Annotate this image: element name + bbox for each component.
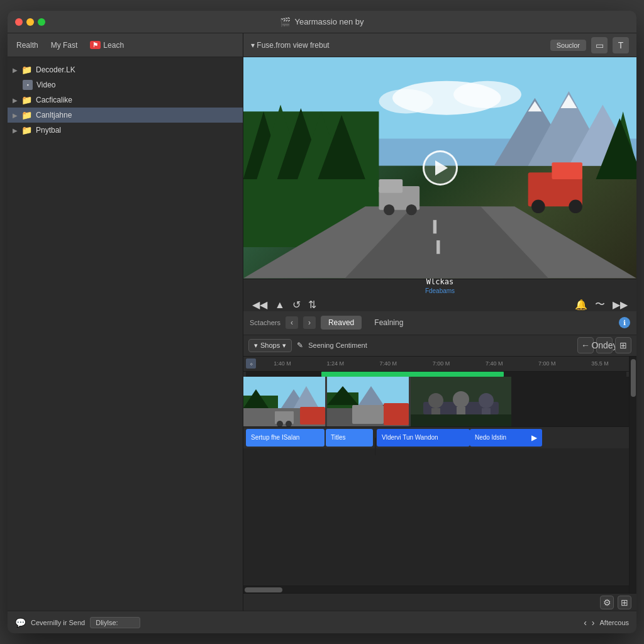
svg-point-49 [428,393,443,408]
nav-item-myfast[interactable]: My Fast [48,40,80,51]
timeline-empty-area [243,448,629,586]
svg-rect-25 [552,162,582,179]
progress-bar [321,372,504,377]
titlebar: 🎬 Yearmassio nen by [8,11,636,33]
clip-3[interactable]: Vldervi Tun Wandon [377,429,470,447]
svg-rect-55 [411,414,511,427]
clip-play-icon: ▶ [531,433,537,442]
svg-rect-46 [384,403,409,425]
file-browser: ▶ 📁 Decoder.LK ▪ Video ▶ 📁 Cacficalike [8,57,243,611]
traffic-lights [15,18,45,26]
source-button[interactable]: Souclor [550,40,586,51]
folder-icon: 📁 [21,95,32,105]
chevron-icon: ▶ [13,67,18,74]
chevron-icon: ▶ [13,112,18,119]
v-scrollbar-thumb[interactable] [631,359,636,397]
svg-point-23 [406,204,417,215]
list-item[interactable]: ▶ 📁 Canltjahne [8,108,243,123]
progress-bar-container [246,372,626,377]
aftercous-label: Aftercous [600,619,629,626]
skip-back-button[interactable]: ◀◀ [251,297,269,312]
tab-bar: Sctachers ‹ › Reaved Fealning ℹ [243,311,636,335]
clip-4[interactable]: Nedo ldstin ▶ [470,429,542,447]
svg-point-26 [531,199,545,213]
folder-icon: 📁 [21,110,32,120]
viewer-label: ▾ Fuse.from view frebut [251,41,545,50]
file-icon: ▪ [23,80,33,90]
title-icon: 🎬 [280,17,291,27]
bottom-toolbar: ⚙ ⊞ [243,593,636,611]
sidebar: Realth My Fast ⚑ Leach ▶ 📁 Decoder.LK ▪ [8,33,243,611]
thumb-svg-1 [243,377,325,427]
info-button[interactable]: ℹ [619,317,630,328]
thumbnail-1 [243,377,325,427]
viewer-toolbar: ▾ Fuse.from view frebut Souclor ▭ T [243,33,636,57]
ruler-mark-4: 7:00 M [414,360,467,367]
window-title: 🎬 Yearmassio nen by [280,17,364,27]
nav-badge: ⚑ [90,41,101,49]
svg-point-53 [479,393,494,408]
tab-nav-next[interactable]: › [303,316,316,329]
skip-forward-button[interactable]: ▶▶ [611,297,629,312]
status-icon: 💬 [15,618,26,628]
clip-2[interactable]: Titles [326,429,373,447]
chevron-icon: ▶ [13,127,18,134]
nav-item-realth[interactable]: Realth [14,40,41,51]
swap-button[interactable]: ⇅ [307,297,318,312]
sequence-label: Seening Centiment [308,341,367,349]
grid-icon[interactable]: ⊞ [618,596,631,609]
svg-point-51 [453,391,469,408]
ruler-mark-7: 35.5 M [574,360,626,367]
v-scrollbar[interactable] [629,357,636,593]
svg-rect-19 [436,240,440,254]
viewer-icon-btn-1[interactable]: ▭ [591,37,608,53]
list-item[interactable]: ▶ 📁 Cacficalike [8,92,243,108]
status-input[interactable] [90,617,140,628]
nav-item-leach[interactable]: ⚑ Leach [87,40,126,51]
svg-point-38 [286,421,292,427]
timeline-grid-btn[interactable]: ⊞ [615,337,631,353]
chevron-icon: ▶ [13,97,18,104]
tab-fealning[interactable]: Fealning [367,316,411,330]
close-button[interactable] [15,18,23,26]
play-button[interactable] [423,150,458,186]
sound-button[interactable]: 🔔 [574,297,589,312]
play-icon [435,160,448,175]
settings-icon[interactable]: ⚙ [600,596,614,609]
wave-button[interactable]: 〜 [594,297,606,313]
timeline-with-scroll: ⬦ 1:40 M 1:24 M 7:40 M 7:00 M 7:40 M 7:0… [243,357,636,593]
timeline-ondey-btn[interactable]: Ondey [596,337,613,353]
clip-1[interactable]: Sertup fhe ISalan [246,429,325,447]
nav-forward-button[interactable]: › [592,618,595,628]
maximize-button[interactable] [38,18,45,26]
minimize-button[interactable] [26,18,34,26]
right-panel: ▾ Fuse.from view frebut Souclor ▭ T [243,33,636,611]
tab-reaved[interactable]: Reaved [321,316,362,330]
app-window: 🎬 Yearmassio nen by Realth My Fast ⚑ Lea… [8,11,636,633]
folder-icon: 📁 [21,125,32,135]
playhead[interactable]: ⬦ [246,358,256,369]
timecode-main: Wlckas [426,277,453,286]
status-text: Cevernilly ir Send [31,619,85,626]
video-preview: Wlckas Fdeabams ◀◀ ▲ ↺ ⇅ 🔔 〜 ▶▶ [243,57,636,311]
controls-row: ◀◀ ▲ ↺ ⇅ 🔔 〜 ▶▶ [251,297,629,313]
viewer-icon-btn-2[interactable]: T [613,37,629,53]
timeline-main: ⬦ 1:40 M 1:24 M 7:40 M 7:00 M 7:40 M 7:0… [243,357,629,593]
refresh-button[interactable]: ↺ [291,297,302,312]
nav-back-button[interactable]: ‹ [584,618,587,628]
timeline-section: Sctachers ‹ › Reaved Fealning ℹ ▾ Shops … [243,311,636,611]
dropdown-arrow-icon: ▾ [254,341,258,350]
list-item[interactable]: ▪ Video [8,77,243,92]
h-scrollbar-thumb[interactable] [245,587,282,592]
shops-button[interactable]: ▾ Shops ▾ [248,339,292,352]
list-item[interactable]: ▶ 📁 Pnytbal [8,123,243,138]
svg-point-3 [453,81,521,108]
tab-nav-prev[interactable]: ‹ [286,316,298,329]
timecode-sub: Fdeabams [251,287,629,294]
up-button[interactable]: ▲ [274,298,286,312]
video-controls: Wlckas Fdeabams ◀◀ ▲ ↺ ⇅ 🔔 〜 ▶▶ [243,279,636,311]
h-scrollbar[interactable] [243,586,629,593]
clip-track: Sertup fhe ISalan Titles Vldervi Tun Wan… [243,427,629,448]
svg-rect-45 [352,405,384,424]
list-item[interactable]: ▶ 📁 Decoder.LK [8,62,243,77]
